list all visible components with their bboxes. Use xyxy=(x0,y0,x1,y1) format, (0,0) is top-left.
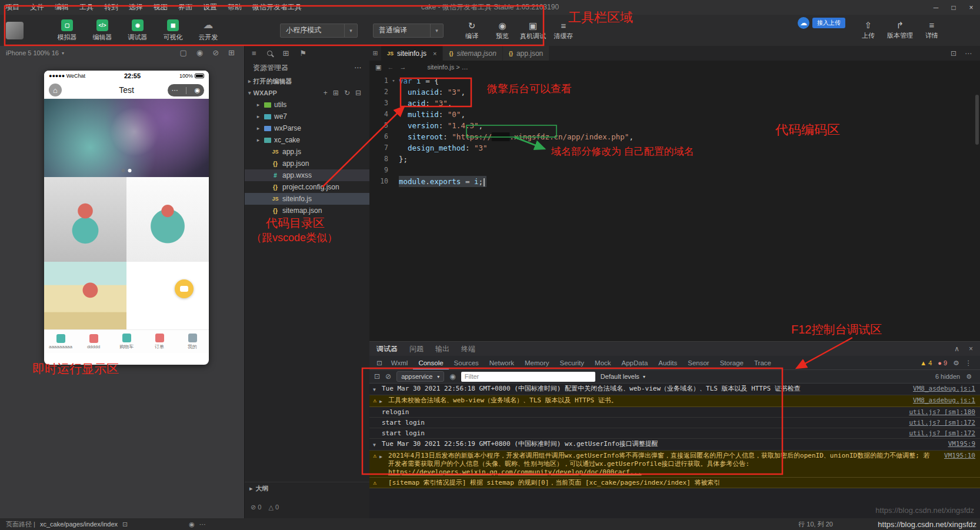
split-editor-icon[interactable]: ⊞ xyxy=(369,46,381,61)
code-editor[interactable]: 1▾var i = {2 uniacid: "3",3 acid: "3",4 … xyxy=(369,74,980,187)
source-link[interactable]: util.js? [sm]:172 xyxy=(902,419,975,427)
contact-fab-button[interactable] xyxy=(175,279,194,298)
code-line[interactable]: 1▾var i = { xyxy=(369,75,980,86)
devtools-tab-appdata[interactable]: AppData xyxy=(616,356,654,369)
search-icon[interactable] xyxy=(267,51,272,56)
tab-app-json[interactable]: {}app.json xyxy=(503,46,549,61)
record-icon[interactable]: ◉ xyxy=(195,86,201,94)
expander-icon[interactable]: ▼ xyxy=(373,385,379,394)
bookmark-icon[interactable]: ▣ xyxy=(375,64,381,71)
tab-siteinfo-js[interactable]: JSsiteinfo.js× xyxy=(381,46,443,61)
source-link[interactable]: VM195:10 xyxy=(937,452,975,460)
menu-project[interactable]: 项目 xyxy=(0,0,25,15)
maximize-button[interactable]: □ xyxy=(945,0,962,15)
banner-image[interactable] xyxy=(44,99,209,177)
source-link[interactable]: util.js? [sm]:172 xyxy=(902,429,975,438)
cursor-position[interactable]: 行 10, 列 20 xyxy=(798,520,833,529)
expander-icon[interactable]: ▶ xyxy=(379,452,385,461)
devtools-tab-trace[interactable]: Trace xyxy=(749,356,776,369)
tree-item-app-wxss[interactable]: #app.wxss xyxy=(245,169,369,181)
capsule-menu[interactable]: ⋯ ◉ xyxy=(168,84,204,96)
code-line[interactable]: 6 siteroot: "https://████.xingsfdz.cn/ap… xyxy=(369,131,980,142)
devtools-tab-mock[interactable]: Mock xyxy=(589,356,616,369)
devtools-tab-wxml[interactable]: Wxml xyxy=(386,356,414,369)
tree-item-project-config-json[interactable]: {}project.config.json xyxy=(245,181,369,193)
scrollbar-thumb[interactable] xyxy=(975,95,979,145)
mode-select[interactable]: 小程序模式 ▾ xyxy=(280,24,358,38)
devtools-tab-audits[interactable]: Audits xyxy=(653,356,682,369)
product-image[interactable] xyxy=(126,177,209,262)
console-row[interactable]: ⚠▶工具未校验合法域名、web-view（业务域名）、TLS 版本以及 HTTP… xyxy=(369,395,980,407)
code-line[interactable]: 3 acid: "3", xyxy=(369,98,980,109)
panel-tab-problems[interactable]: 问题 xyxy=(409,344,424,354)
clear-cache-button[interactable]: ≡清缓存 xyxy=(551,21,576,41)
code-line[interactable]: 2 uniacid: "3", xyxy=(369,86,980,98)
warning-count-badge[interactable]: ▲ 4 xyxy=(920,359,932,366)
screenshot-icon[interactable]: ◉ xyxy=(196,48,203,57)
tree-item-sitemap-json[interactable]: {}sitemap.json xyxy=(245,205,369,216)
debugger-toggle[interactable]: ◉调试器 xyxy=(125,19,151,42)
preview-button[interactable]: ◉预览 xyxy=(489,21,515,41)
source-link[interactable]: util.js? [sm]:180 xyxy=(902,408,975,416)
eye-icon[interactable]: ◉ xyxy=(189,521,195,528)
explorer-files-icon[interactable]: ≡ xyxy=(252,49,256,58)
menu-ui[interactable]: 界面 xyxy=(173,0,198,15)
minimize-button[interactable]: ─ xyxy=(927,0,945,15)
editor-scrollbar[interactable] xyxy=(974,61,980,341)
outline-section[interactable]: ▸ 大纲 xyxy=(245,482,369,495)
page-path[interactable]: xc_cake/pages/index/index xyxy=(40,521,118,528)
context-select[interactable]: appservice ▾ xyxy=(396,371,444,382)
console-row[interactable]: ⚠▶2021年4月13日后发布的新版本小程序，开发者调用组件调用wx.getUs… xyxy=(369,451,980,478)
devtools-tab-security[interactable]: Security xyxy=(555,356,590,369)
project-root-section[interactable]: ▾ WXAPP +⊞↻⊟ xyxy=(245,87,369,99)
copy-icon[interactable]: ⊡ xyxy=(122,521,128,528)
menu-goto[interactable]: 转到 xyxy=(99,0,124,15)
new-file-icon[interactable]: + xyxy=(324,89,328,97)
tab-cart[interactable]: 购物车 xyxy=(110,330,143,353)
console-row[interactable]: start loginutil.js? [sm]:172 xyxy=(369,418,980,428)
tab-orders[interactable]: 订单 xyxy=(143,330,176,353)
source-link[interactable]: VM8_asdebug.js:1 xyxy=(906,385,975,393)
tree-item-app-js[interactable]: JSapp.js xyxy=(245,146,369,158)
menu-edit[interactable]: 编辑 xyxy=(49,0,74,15)
open-editors-section[interactable]: ▸ 打开的编辑器 xyxy=(245,75,369,87)
tab-profile[interactable]: 我的 xyxy=(176,330,209,353)
product-image[interactable] xyxy=(44,177,126,262)
devtools-tab-storage[interactable]: Storage xyxy=(715,356,749,369)
console-link[interactable]: https://developers.weixin.qq.com/communi… xyxy=(388,468,641,476)
extensions-icon[interactable]: ⊞ xyxy=(283,49,289,58)
collapse-panel-icon[interactable]: ∧ xyxy=(954,345,959,353)
panel-tab-output[interactable]: 输出 xyxy=(435,344,449,354)
menu-tools[interactable]: 工具 xyxy=(74,0,99,15)
back-icon[interactable]: ← xyxy=(387,64,394,71)
device-selector[interactable]: iPhone 5 100% 16 ▾ xyxy=(6,49,64,56)
new-folder-icon[interactable]: ⊞ xyxy=(333,89,339,97)
mute-icon[interactable]: ⊘ xyxy=(212,48,219,57)
tab-ddddd[interactable]: ddddd xyxy=(77,330,110,353)
remote-debug-button[interactable]: ▣真机调试 xyxy=(520,21,546,41)
breadcrumb[interactable]: siteinfo.js > … xyxy=(427,64,468,71)
code-line[interactable]: 10module.exports = i; xyxy=(369,176,980,187)
more-icon[interactable]: ⋯ xyxy=(199,521,206,528)
simulator-toggle[interactable]: ▢模拟器 xyxy=(54,19,80,42)
more-icon[interactable]: ⋯ xyxy=(965,49,972,58)
expander-icon[interactable]: ▶ xyxy=(379,396,385,406)
devtools-tab-memory[interactable]: Memory xyxy=(519,356,555,369)
compile-mode-select[interactable]: 普通编译 ▾ xyxy=(373,24,444,38)
source-link[interactable]: VM8_asdebug.js:1 xyxy=(906,396,975,405)
tree-item-siteinfo-js[interactable]: JSsiteinfo.js xyxy=(245,193,369,205)
version-manage-button[interactable]: ↱版本管理 xyxy=(887,20,913,40)
code-line[interactable]: 9 xyxy=(369,165,980,176)
log-levels-select[interactable]: Default levels ▾ xyxy=(601,373,645,380)
gear-icon[interactable]: ⚙ xyxy=(953,359,959,367)
collapse-all-icon[interactable]: ⊟ xyxy=(355,89,361,97)
tree-item-we7[interactable]: ▸we7 xyxy=(245,111,369,122)
tree-item-utils[interactable]: ▸utils xyxy=(245,99,369,111)
home-icon[interactable]: ⌂ xyxy=(49,84,62,96)
refresh-icon[interactable]: ↻ xyxy=(344,89,350,97)
eye-icon[interactable]: ◉ xyxy=(449,372,455,381)
devtools-tab-sensor[interactable]: Sensor xyxy=(682,356,714,369)
console-drawer-icon[interactable]: ⊡ xyxy=(374,372,380,381)
inspect-icon[interactable]: ⊡ xyxy=(373,359,386,367)
devtools-tab-console[interactable]: Console xyxy=(413,356,448,369)
